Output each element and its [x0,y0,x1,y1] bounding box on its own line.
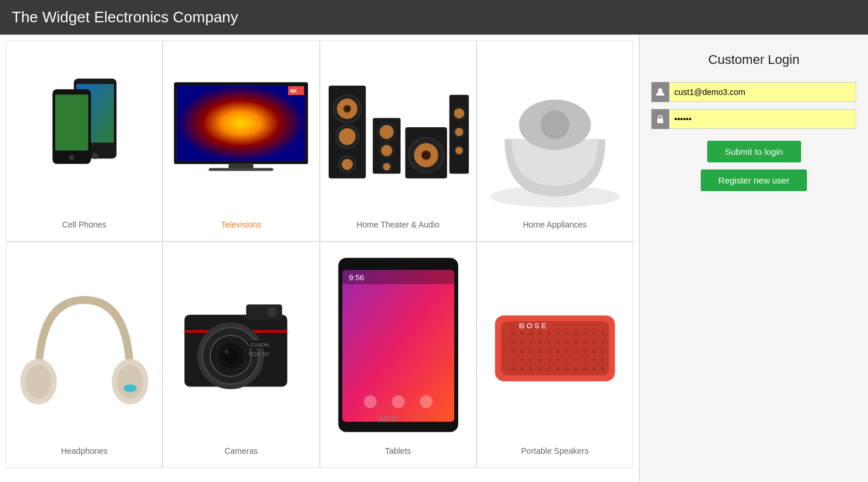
svg-point-119 [547,368,550,371]
svg-text:EOS 5D: EOS 5D [249,351,269,357]
svg-point-42 [541,110,569,139]
svg-point-123 [583,368,586,371]
product-label-home-appliances: Home Appliances [523,220,587,229]
register-button[interactable]: Register new user [701,169,807,191]
svg-point-84 [529,341,532,344]
products-area: Cell Phones [0,35,639,481]
svg-point-87 [556,341,559,344]
product-cell-televisions[interactable]: 4K Televisions [163,40,319,242]
product-image-portable-speakers: BOSE [483,254,627,437]
svg-point-121 [565,368,569,371]
product-cell-home-theater[interactable]: Home Theater & Audio [320,40,477,242]
product-cell-cameras[interactable]: CANON EOS 5D Cameras [163,242,319,468]
svg-point-97 [547,350,550,354]
svg-point-85 [538,341,542,344]
svg-point-17 [343,105,351,113]
login-panel: Customer Login Submit to login Registe [639,35,868,481]
svg-point-60 [267,307,278,318]
svg-point-101 [583,350,586,354]
svg-point-67 [420,395,433,408]
svg-point-74 [538,332,542,335]
site-title: The Widget Electronics Company [12,8,238,26]
svg-point-66 [391,395,404,408]
svg-point-65 [364,395,377,408]
svg-point-106 [529,359,532,362]
product-image-headphones [12,254,156,437]
svg-point-83 [520,341,523,344]
product-cell-home-appliances[interactable]: Home Appliances [477,40,633,242]
product-cell-tablets[interactable]: 9:56 ASUS Tablets [320,242,477,468]
product-grid: Cell Phones [6,40,633,468]
svg-point-19 [339,128,355,145]
svg-point-125 [601,368,604,371]
submit-login-button[interactable]: Submit to login [707,141,801,162]
login-buttons: Submit to login Register new user [651,141,856,191]
username-row [651,82,856,102]
svg-point-113 [592,359,596,362]
username-input[interactable] [669,82,856,102]
site-header: The Widget Electronics Company [0,0,868,35]
svg-point-46 [117,365,143,399]
product-image-tablets: 9:56 ASUS [326,254,470,437]
svg-text:CANON: CANON [251,342,269,348]
svg-point-102 [592,350,596,354]
svg-point-109 [556,359,559,362]
svg-point-47 [124,384,137,392]
product-image-cameras: CANON EOS 5D [169,254,313,437]
svg-point-89 [574,341,577,344]
svg-point-75 [547,332,550,335]
product-cell-cell-phones[interactable]: Cell Phones [6,40,163,242]
svg-point-71 [511,332,515,335]
product-image-televisions: 4K [169,53,313,211]
svg-point-118 [538,368,542,371]
svg-text:4K: 4K [291,88,298,94]
svg-point-99 [565,350,569,354]
svg-point-56 [225,349,229,354]
svg-rect-9 [177,85,305,161]
svg-point-114 [601,359,604,362]
svg-point-100 [574,350,577,354]
svg-point-116 [520,368,523,371]
svg-point-6 [69,155,74,160]
svg-point-80 [592,332,596,335]
svg-point-91 [592,341,596,344]
svg-point-115 [511,368,515,371]
svg-point-77 [565,332,569,335]
lock-icon [651,109,669,129]
svg-point-92 [601,341,604,344]
password-input[interactable] [669,109,856,129]
svg-point-78 [574,332,577,335]
svg-point-21 [342,159,353,170]
svg-point-82 [511,341,515,344]
svg-text:ASUS: ASUS [378,415,397,423]
svg-point-94 [520,350,523,354]
svg-point-110 [565,359,569,362]
svg-point-86 [547,341,550,344]
product-cell-portable-speakers[interactable]: BOSE Portable Speakers [477,242,633,468]
svg-point-122 [574,368,577,371]
svg-point-108 [547,359,550,362]
svg-rect-70 [501,322,609,376]
product-label-televisions: Televisions [221,220,261,229]
svg-point-96 [538,350,542,354]
svg-point-111 [574,359,577,362]
product-label-cell-phones: Cell Phones [62,220,107,229]
svg-point-37 [455,128,463,136]
svg-point-3 [92,152,98,159]
product-label-cameras: Cameras [224,446,258,456]
product-label-headphones: Headphones [61,446,107,456]
svg-point-117 [529,368,532,371]
svg-rect-13 [209,168,273,171]
svg-point-112 [583,359,586,362]
svg-point-105 [520,359,523,362]
svg-text:9:56: 9:56 [349,273,364,282]
svg-point-124 [592,368,596,371]
svg-point-76 [556,332,559,335]
svg-point-28 [383,163,390,171]
svg-point-88 [565,341,569,344]
product-cell-headphones[interactable]: Headphones [6,242,163,468]
product-label-portable-speakers: Portable Speakers [521,446,589,456]
svg-point-103 [601,350,604,354]
svg-rect-128 [657,118,663,123]
svg-point-44 [25,365,52,399]
